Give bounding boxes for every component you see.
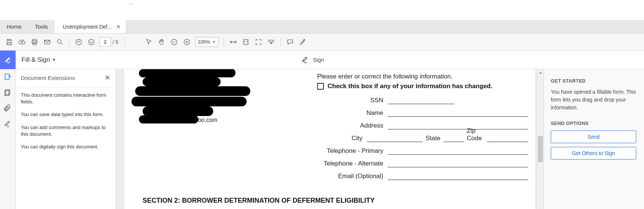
page-number-input[interactable]: [99, 38, 111, 46]
fill-sign-label: Fill & Sign: [22, 56, 50, 64]
info-changed-label: Check this box if any of your informatio…: [328, 83, 492, 90]
tab-document[interactable]: Unemployment Def... ✕: [55, 20, 126, 33]
form-instruction: Please enter or correct the following in…: [317, 73, 528, 80]
toolbar: / 5 105%▼: [0, 33, 644, 51]
chevron-down-icon: ▼: [212, 40, 216, 44]
signature-icon: [301, 56, 309, 64]
window-dots: ..: [130, 1, 132, 5]
save-icon[interactable]: [3, 36, 16, 48]
extensions-title: Document Extensions: [21, 75, 75, 81]
send-button[interactable]: Send: [551, 131, 636, 143]
svg-point-5: [76, 39, 82, 45]
signatures-icon[interactable]: [3, 120, 12, 129]
tab-document-label: Unemployment Def...: [63, 24, 112, 30]
extensions-icon[interactable]: [3, 73, 12, 82]
label-ssn: SSN: [317, 97, 388, 104]
ext-info-2: You can save data typed into this form.: [21, 111, 110, 118]
svg-point-4: [57, 39, 61, 43]
field-city[interactable]: [367, 135, 423, 142]
fullscreen-icon[interactable]: [252, 36, 265, 48]
get-started-heading: GET STARTED: [551, 78, 644, 84]
attachments-icon[interactable]: [3, 104, 12, 113]
tab-tools[interactable]: Tools: [28, 20, 55, 33]
scroll-up-icon[interactable]: ▴: [537, 69, 544, 76]
field-zip[interactable]: [487, 135, 528, 142]
field-tel-alternate[interactable]: [388, 160, 528, 167]
close-panel-icon[interactable]: ✕: [105, 74, 110, 82]
comment-icon[interactable]: [284, 36, 296, 48]
search-icon[interactable]: [53, 36, 66, 48]
redacted-email-fragment: hoo.com: [195, 117, 217, 123]
label-address: Address: [317, 122, 388, 129]
ext-info-1: This document contains interactive form …: [21, 92, 110, 105]
tab-bar: Home Tools Unemployment Def... ✕: [0, 20, 644, 33]
page-up-icon[interactable]: [72, 36, 85, 48]
pages-icon[interactable]: [3, 89, 12, 97]
field-name[interactable]: [388, 109, 528, 117]
label-tel-primary: Telephone - Primary: [317, 147, 388, 155]
field-ssn[interactable]: [388, 97, 455, 104]
svg-rect-11: [5, 74, 9, 80]
pdf-page: hoo.com Please enter or correct the foll…: [124, 69, 536, 209]
fit-page-icon[interactable]: [240, 36, 252, 48]
label-city: City: [317, 135, 367, 142]
send-options-heading: SEND OPTIONS: [551, 120, 644, 126]
get-started-text: You have opened a fillable form. This fo…: [551, 88, 644, 112]
document-viewport[interactable]: hoo.com Please enter or correct the foll…: [116, 69, 544, 209]
extensions-panel: Document Extensions ✕ This document cont…: [16, 69, 116, 209]
section-2-heading: SECTION 2: BORROWER DETERMINATION OF DEF…: [143, 197, 375, 205]
fill-sign-tool-icon[interactable]: [0, 51, 16, 69]
field-email[interactable]: [388, 173, 528, 180]
email-icon[interactable]: [41, 36, 53, 48]
close-tab-icon[interactable]: ✕: [116, 23, 121, 30]
cloud-upload-icon[interactable]: [16, 36, 28, 48]
label-tel-alternate: Telephone - Alternate: [317, 160, 388, 167]
info-changed-checkbox[interactable]: [317, 83, 324, 90]
scroll-thumb[interactable]: [538, 136, 543, 162]
highlight-icon[interactable]: [296, 36, 309, 48]
select-tool-icon[interactable]: [143, 36, 155, 48]
ext-info-4: You can digitally sign this document.: [21, 144, 110, 150]
scrollbar[interactable]: ▴: [537, 69, 544, 209]
print-icon[interactable]: [28, 36, 41, 48]
field-address[interactable]: [388, 122, 528, 129]
svg-rect-2: [33, 42, 36, 45]
page-total-label: / 5: [113, 39, 118, 45]
svg-rect-9: [244, 39, 248, 44]
svg-rect-0: [33, 39, 36, 41]
chevron-down-icon: ▼: [52, 58, 56, 62]
label-state: State: [423, 135, 443, 142]
svg-rect-10: [269, 40, 273, 42]
sign-button[interactable]: Sign: [301, 56, 324, 64]
right-panel: GET STARTED You have opened a fillable f…: [544, 69, 644, 209]
zoom-out-icon[interactable]: [168, 36, 180, 48]
zoom-in-icon[interactable]: [180, 36, 193, 48]
fill-sign-bar: Fill & Sign▼ Sign: [0, 51, 644, 69]
read-mode-icon[interactable]: [265, 36, 277, 48]
sign-label: Sign: [313, 57, 324, 63]
zoom-select[interactable]: 105%▼: [195, 37, 218, 47]
hand-tool-icon[interactable]: [155, 36, 168, 48]
svg-point-6: [89, 39, 94, 45]
left-rail: [0, 69, 16, 209]
get-others-sign-button[interactable]: Get Others to Sign: [551, 147, 636, 160]
label-email: Email (Optional): [317, 173, 388, 180]
ext-info-3: You can add comments and markups to this…: [21, 124, 110, 138]
label-zip: Zip Code: [464, 127, 487, 142]
fill-sign-dropdown[interactable]: Fill & Sign▼: [22, 56, 56, 64]
tab-home[interactable]: Home: [0, 20, 28, 33]
fit-width-icon[interactable]: [227, 36, 240, 48]
field-tel-primary[interactable]: [388, 147, 528, 155]
page-down-icon[interactable]: [85, 36, 98, 48]
field-state[interactable]: [443, 135, 464, 142]
zoom-value: 105%: [198, 39, 210, 45]
label-name: Name: [317, 109, 388, 117]
